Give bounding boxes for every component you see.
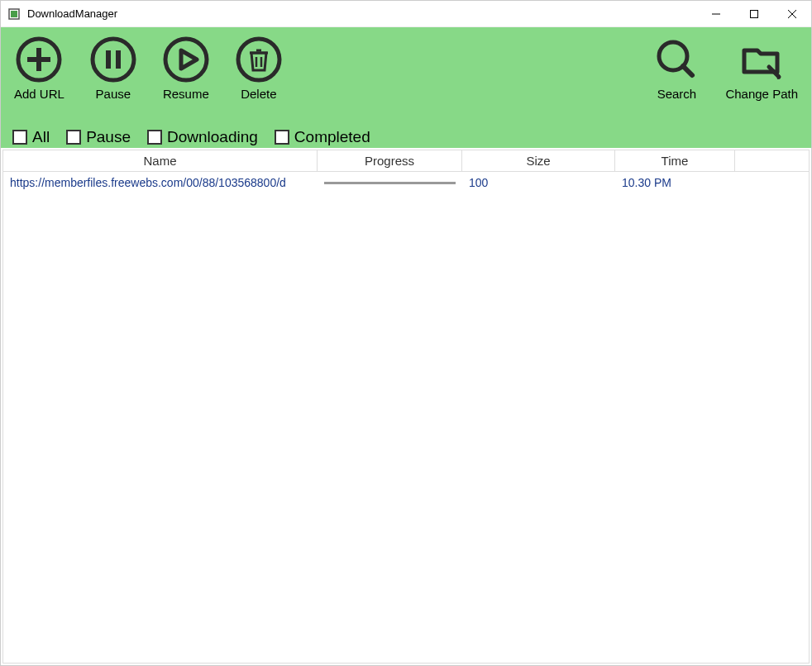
filter-completed[interactable]: Completed (275, 128, 370, 146)
delete-button[interactable]: Delete (235, 36, 283, 101)
filter-pause[interactable]: Pause (66, 128, 131, 146)
header-extra (735, 150, 809, 171)
header-name[interactable]: Name (3, 150, 318, 171)
resume-label: Resume (163, 87, 209, 101)
cell-time: 10.30 PM (615, 176, 735, 189)
cell-name: https://memberfiles.freewebs.com/00/88/1… (3, 176, 318, 189)
add-url-label: Add URL (14, 87, 64, 101)
filter-completed-label: Completed (294, 128, 370, 146)
header-progress[interactable]: Progress (318, 150, 462, 171)
change-path-button[interactable]: Change Path (725, 36, 798, 101)
header-time[interactable]: Time (615, 150, 735, 171)
svg-rect-1 (11, 11, 17, 17)
filter-pause-label: Pause (86, 128, 131, 146)
progress-bar (324, 182, 456, 184)
cell-size: 100 (462, 176, 615, 189)
filter-downloading[interactable]: Downloading (147, 128, 258, 146)
plus-circle-icon (15, 36, 63, 83)
search-label: Search (657, 87, 697, 101)
folder-edit-icon (738, 36, 786, 83)
checkbox-icon (12, 130, 27, 145)
pause-button[interactable]: Pause (89, 36, 137, 101)
maximize-button[interactable] (735, 1, 773, 26)
checkbox-icon (147, 130, 162, 145)
add-url-button[interactable]: Add URL (14, 36, 64, 101)
filter-all-label: All (32, 128, 50, 146)
table-header: Name Progress Size Time (3, 150, 809, 172)
titlebar: DownloadManager (1, 1, 811, 27)
trash-circle-icon (235, 36, 283, 83)
cell-progress (318, 181, 462, 184)
delete-label: Delete (241, 87, 276, 101)
download-table: Name Progress Size Time https://memberfi… (2, 150, 810, 664)
table-body: https://memberfiles.freewebs.com/00/88/1… (3, 172, 809, 663)
svg-rect-3 (751, 10, 758, 17)
filter-downloading-label: Downloading (167, 128, 258, 146)
svg-marker-13 (181, 50, 197, 69)
search-button[interactable]: Search (652, 36, 700, 101)
pause-label: Pause (96, 87, 131, 101)
svg-point-9 (93, 39, 134, 80)
minimize-button[interactable] (697, 1, 735, 26)
close-button[interactable] (773, 1, 811, 26)
svg-point-12 (165, 39, 207, 80)
window-controls (697, 1, 811, 26)
app-icon (7, 7, 21, 21)
checkbox-icon (275, 130, 289, 145)
play-circle-icon (162, 36, 210, 83)
filter-all[interactable]: All (12, 128, 50, 146)
checkbox-icon (66, 130, 81, 145)
table-row[interactable]: https://memberfiles.freewebs.com/00/88/1… (3, 172, 809, 193)
svg-point-14 (238, 39, 279, 80)
change-path-label: Change Path (725, 87, 798, 101)
filterbar: All Pause Downloading Completed (12, 128, 370, 146)
resume-button[interactable]: Resume (162, 36, 210, 101)
pause-circle-icon (89, 36, 137, 83)
search-icon (652, 36, 700, 83)
header-size[interactable]: Size (462, 150, 615, 171)
svg-line-20 (683, 66, 692, 75)
window-title: DownloadManager (27, 7, 117, 20)
